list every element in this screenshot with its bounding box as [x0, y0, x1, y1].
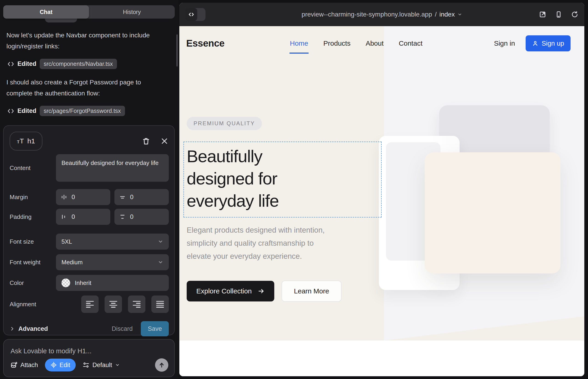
chat-messages: Now let's update the Navbar component to…: [6, 30, 168, 124]
content-label: Content: [10, 164, 56, 172]
chevron-down-icon: [158, 259, 163, 265]
align-justify-icon: [156, 301, 164, 308]
margin-vertical-input[interactable]: 0: [114, 189, 169, 205]
align-center-button[interactable]: [105, 296, 122, 313]
edited-label: Edited: [17, 60, 36, 67]
learn-more-button[interactable]: Learn More: [282, 281, 341, 302]
sidebar-scrollbar[interactable]: [176, 34, 178, 66]
sign-up-button[interactable]: Sign up: [526, 35, 571, 51]
browser-chrome: preview--charming-site-symphony.lovable.…: [179, 3, 584, 26]
font-size-value: 5XL: [62, 238, 72, 245]
attach-button[interactable]: Attach: [11, 362, 38, 369]
color-value: Inherit: [75, 279, 91, 286]
sliders-icon: [83, 362, 90, 368]
alignment-row: Alignment: [10, 296, 169, 313]
font-weight-label: Font weight: [10, 259, 56, 266]
url-path[interactable]: index: [439, 11, 455, 18]
code-knob: [185, 8, 197, 21]
padding-vertical-icon: [119, 213, 126, 220]
explore-collection-button[interactable]: Explore Collection: [187, 281, 274, 301]
product-card-cream: [425, 152, 560, 273]
color-select[interactable]: Inherit: [56, 275, 169, 291]
url-host[interactable]: preview--charming-site-symphony.lovable.…: [302, 11, 432, 18]
edit-mode-button[interactable]: Edit: [45, 359, 76, 371]
user-icon: [532, 40, 539, 47]
mode-selector[interactable]: Default: [83, 362, 120, 369]
font-weight-row: Font weight Medium: [10, 254, 169, 270]
url-separator: /: [435, 11, 437, 18]
advanced-label: Advanced: [18, 325, 48, 332]
code-view-toggle[interactable]: [185, 8, 205, 21]
padding-horizontal-value: 0: [72, 213, 75, 221]
hero-badge: PREMIUM QUALITY: [187, 117, 262, 130]
margin-horizontal-value: 0: [72, 194, 75, 201]
hero-heading-line: everyday life: [187, 190, 381, 212]
refresh-icon[interactable]: [571, 11, 578, 18]
code-icon: [7, 108, 14, 114]
element-editor-panel: тT h1 Content Beautifully designed for e…: [3, 125, 175, 335]
open-external-icon[interactable]: [539, 11, 546, 18]
close-editor-button[interactable]: [160, 137, 169, 145]
discard-button[interactable]: Discard: [112, 325, 133, 332]
nav-link-home[interactable]: Home: [290, 39, 308, 47]
margin-horizontal-input[interactable]: 0: [56, 189, 110, 205]
align-justify-button[interactable]: [151, 296, 169, 313]
nav-link-contact[interactable]: Contact: [399, 39, 422, 47]
padding-horizontal-input[interactable]: 0: [56, 209, 110, 225]
padding-label: Padding: [10, 213, 56, 221]
hero-paragraph-line: Elegant products designed with intention…: [187, 223, 382, 237]
chat-toolbar: Attach Edit Default: [11, 358, 168, 372]
preview-window: preview--charming-site-symphony.lovable.…: [179, 3, 584, 376]
color-label: Color: [10, 279, 56, 286]
padding-horizontal-icon: [61, 213, 67, 220]
font-weight-value: Medium: [62, 259, 83, 266]
font-size-row: Font size 5XL: [10, 234, 169, 250]
url-bar: preview--charming-site-symphony.lovable.…: [179, 3, 584, 26]
chat-input-panel: Attach Edit Default: [3, 339, 175, 377]
file-chip[interactable]: src/pages/ForgotPassword.tsx: [40, 106, 125, 116]
margin-vertical-value: 0: [130, 194, 134, 201]
attach-label: Attach: [20, 362, 38, 369]
file-chip[interactable]: src/components/Navbar.tsx: [40, 59, 117, 69]
nav-link-about[interactable]: About: [366, 39, 384, 47]
advanced-toggle[interactable]: Advanced: [10, 325, 48, 332]
content-input[interactable]: Beautifully designed for everyday life: [56, 154, 169, 182]
attach-image-icon: [11, 362, 17, 368]
tab-history[interactable]: History: [89, 5, 175, 19]
sign-up-label: Sign up: [542, 40, 564, 47]
margin-vertical-icon: [119, 194, 126, 201]
text-style-icon: тT: [17, 137, 24, 145]
chat-history-tabbar: Chat History: [3, 5, 175, 19]
margin-row: Margin 0 0: [10, 189, 169, 205]
send-button[interactable]: [155, 358, 168, 372]
selected-h1-outline[interactable]: Beautifully designed for everyday life: [184, 142, 382, 218]
site-page: Essence Home Products About Contact Sign…: [179, 26, 584, 376]
nav-auth: Sign in Sign up: [494, 35, 571, 51]
edited-label: Edited: [17, 107, 36, 114]
mobile-preview-icon[interactable]: [555, 11, 562, 18]
tab-chat[interactable]: Chat: [3, 5, 89, 19]
site-brand[interactable]: Essence: [186, 38, 225, 49]
padding-row: Padding 0 0: [10, 209, 169, 225]
editor-header: тT h1: [10, 131, 169, 151]
nav-link-products[interactable]: Products: [323, 39, 350, 47]
hero-paragraph: Elegant products designed with intention…: [187, 223, 382, 263]
chevron-down-icon: [115, 363, 120, 367]
nav-links: Home Products About Contact: [290, 39, 422, 47]
edited-file-row: Edited src/components/Navbar.tsx: [7, 59, 168, 69]
color-row: Color Inherit: [10, 275, 169, 291]
font-size-select[interactable]: 5XL: [56, 234, 169, 250]
hero-diagonal-wedge: [384, 296, 584, 340]
edit-label: Edit: [60, 362, 70, 369]
save-button[interactable]: Save: [141, 321, 169, 336]
align-left-button[interactable]: [81, 296, 99, 313]
chat-input[interactable]: [11, 347, 167, 355]
sign-in-link[interactable]: Sign in: [494, 39, 515, 47]
font-weight-select[interactable]: Medium: [56, 254, 169, 270]
align-right-button[interactable]: [128, 296, 145, 313]
code-icon: [188, 11, 194, 18]
delete-element-button[interactable]: [142, 137, 150, 145]
padding-vertical-input[interactable]: 0: [114, 209, 169, 225]
align-center-icon: [109, 301, 117, 308]
element-tag-pill[interactable]: тT h1: [10, 132, 42, 151]
